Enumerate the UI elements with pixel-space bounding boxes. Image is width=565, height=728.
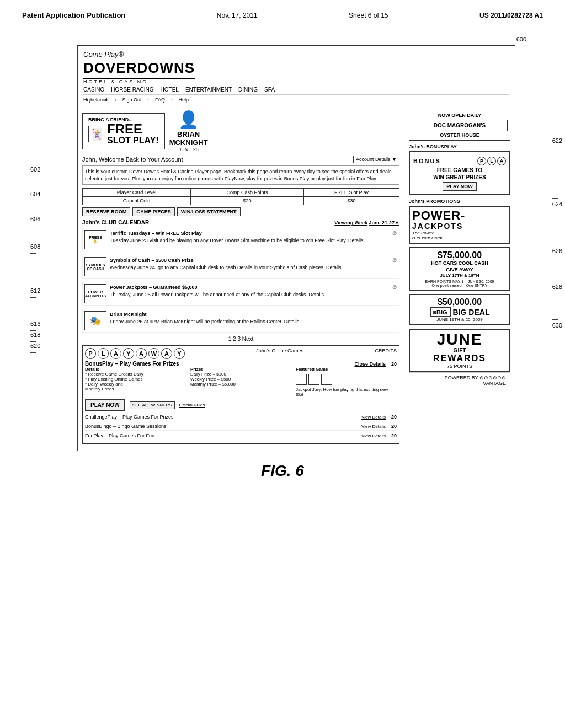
ref-600-line: ——————600 (478, 36, 526, 42)
bonus-play-box: BONUS P L A FREE GAMES TO WIN GREAT PRIZ… (409, 151, 510, 195)
featured-game-col: Featured Game Jackpot Jury: How fun play… (296, 367, 397, 397)
casino-logo-script: Come Play® (83, 50, 509, 58)
cal-title-2: Symbols of Cash – $500 Cash Prize (110, 258, 194, 263)
bonus-play-right-title: John's BONUSPLAY (409, 144, 510, 149)
big-deal-amount: $50,000.00 (412, 297, 507, 307)
details-col: Details– * Receive Game Credits Daily * … (85, 367, 186, 397)
patent-left: Patent Application Publication (22, 11, 125, 19)
free-games-text: FREE GAMES TO WIN GREAT PRIZES (413, 167, 506, 181)
bonusbingo-credits: 20 (391, 424, 397, 429)
bonusplay-play-now[interactable]: PLAY NOW (85, 399, 125, 411)
cal-details-3[interactable]: Details (309, 292, 324, 297)
person-surname: MCKNIGHT (169, 138, 208, 147)
viewing-week: Viewing Week June 21-27▼ (334, 220, 399, 226)
icon-y: Y (123, 348, 134, 359)
online-games-section: P L A Y A W A Y John's Online Games CRED… (82, 345, 399, 444)
comp-cash-label: Comp Cash Points (191, 189, 304, 197)
account-details-button[interactable]: Account Details ▼ (353, 156, 399, 163)
details-label: Details– (85, 367, 102, 372)
card-level-value: Capital Gold (83, 197, 191, 205)
bonusplay-title: BonusPlay – Play Games For Prizes Close … (85, 361, 397, 367)
nav-horse[interactable]: HORSE RACING (111, 87, 153, 93)
bonus-icon-p: P (477, 157, 486, 165)
subnav-faq[interactable]: FAQ (155, 97, 165, 103)
nav-casino[interactable]: CASINO (83, 87, 104, 93)
nav-entertainment[interactable]: ENTERTAINMENT (185, 87, 232, 93)
free-slot-value: $30 (303, 197, 399, 205)
funplay-credits: 20 (391, 433, 397, 438)
featured-label: Featured Game (296, 367, 328, 372)
icon-w: W (148, 348, 159, 359)
cal-details-1[interactable]: Details (348, 238, 364, 243)
bonusbingo-view-details[interactable]: View Details (361, 424, 386, 429)
card-level-label: Player Card Level (83, 189, 191, 197)
viewing-week-range[interactable]: June 21-27▼ (369, 220, 399, 226)
points-text: 75 POINTS (412, 363, 507, 369)
person-name: BRIAN (169, 130, 208, 138)
banner-row: BRING A FRIEND... 🃏 FREE SLOT PLAY! 👤 (82, 110, 399, 152)
pagination[interactable]: 1 2 3 Next (82, 336, 399, 342)
detail-4: Monthly Prizes (85, 387, 114, 392)
icon-a: A (110, 348, 121, 359)
power-card-line2: is in Your Card! (412, 235, 443, 240)
reserve-room-button[interactable]: RESERVE ROOM (82, 207, 130, 216)
hot-cars-line1: HOT CARS COOL CASH (412, 260, 507, 267)
icon-l: L (98, 348, 109, 359)
banner-center: 👤 BRIAN MCKNIGHT JUNE 26 (169, 110, 208, 152)
rewards-text: REWARDS (412, 354, 507, 363)
cal-icon-2: SYMBOLSOF CASH (84, 257, 106, 276)
cal-details-2[interactable]: Details (326, 265, 342, 270)
subnav-help[interactable]: Help (179, 97, 189, 103)
right-play-now-button[interactable]: PLAY NOW (443, 182, 477, 191)
subnav-signout[interactable]: Sign Out (122, 97, 142, 103)
powered-by-text: POWERED BY (445, 375, 478, 381)
games-title: John's Online Games (256, 348, 303, 359)
funplay-view-details[interactable]: View Details (361, 433, 386, 438)
calendar-item-1: PRESS✋ Terrific Tuesdays – Win FREE Slot… (82, 228, 399, 251)
nav-spa[interactable]: SPA (264, 87, 275, 93)
official-rules-link[interactable]: Official Rules (179, 403, 205, 408)
ref-606-label: 606— (30, 216, 40, 228)
big-deal-dates: JUNE 19TH & 20, 2009 (412, 317, 507, 322)
patent-sheet: Sheet 6 of 15 (349, 12, 388, 19)
cal-details-4[interactable]: Details (284, 319, 300, 324)
challenge-title: ChallengePlay – Play Games For Prizes (85, 414, 174, 420)
june-rewards-box: JUNE GIFT REWARDS 75 POINTS (409, 329, 510, 372)
see-winners-button[interactable]: SEE ALL WINNERS (130, 401, 175, 409)
nav-dining[interactable]: DINING (238, 87, 258, 93)
game-icons-row: P L A Y A W A Y (85, 348, 185, 359)
detail-2: * Play Exciting Online Games (85, 377, 143, 382)
funplay-row: FunPlay – Play Games For Fun View Detail… (85, 432, 397, 440)
calendar-item-4: 🎭 Brian McKnight Friday June 26 at 9PM B… (82, 309, 399, 333)
power-card-text: The Power is in Your Card! (412, 231, 507, 240)
bonusbingo-controls: View Details 20 (361, 424, 397, 429)
close-details-button[interactable]: Close Details (354, 361, 386, 367)
cal-icon-4: 🎭 (84, 311, 106, 330)
subnav-separator2: ↑ (147, 97, 150, 103)
bonusplay-controls: Close Details 20 (354, 361, 397, 367)
big-deal-title: ≡BIG BIG DEAL (412, 307, 507, 317)
person-date: JUNE 26 (169, 147, 208, 152)
casino-header: Come Play® DOVERDOWNS HOTEL & CASINO CAS… (78, 46, 515, 106)
cal-title-3: Power Jackpots – Guaranteed $5,000 (110, 285, 198, 290)
challenge-view-details[interactable]: View Details (361, 415, 386, 420)
earn-line2: One point earned = One ENTRY (412, 283, 507, 287)
left-column: BRING A FRIEND... 🃏 FREE SLOT PLAY! 👤 (78, 106, 404, 451)
free-icon: 🃏 (88, 126, 105, 142)
cal-text-2: Symbols of Cash – $500 Cash Prize Wednes… (110, 257, 397, 271)
game-pieces-button[interactable]: GAME PIECES (132, 207, 175, 216)
cal-icon-3: POWERJACKPOTS (84, 284, 106, 303)
detail-3: * Daily, Weekly and (85, 382, 123, 387)
icon-p: P (85, 348, 96, 359)
icon-y2: Y (174, 348, 185, 359)
cal-icon-1: PRESS✋ (84, 230, 106, 249)
patent-number: US 2011/0282728 A1 (479, 12, 543, 19)
cal-text-1: Terrific Tuesdays – Win FREE Slot Play T… (110, 230, 397, 244)
power-jackpots-box: POWER- JACKPOTS The Power is in Your Car… (409, 206, 510, 244)
comp-cash-value: $20 (191, 197, 304, 205)
power-text: POWER- (412, 210, 507, 222)
deal-text: BIG DEAL (453, 308, 490, 317)
win-loss-button[interactable]: WIN/LOSS STATEMENT (177, 207, 241, 216)
nav-hotel[interactable]: HOTEL (161, 87, 179, 93)
player-info-table: Player Card Level Comp Cash Points FREE … (82, 188, 399, 205)
